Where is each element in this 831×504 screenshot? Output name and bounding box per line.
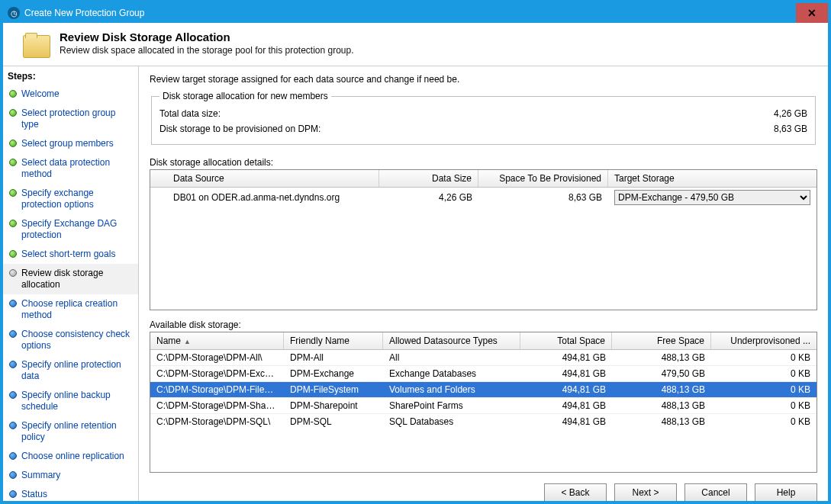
step-label: Select protection group type <box>21 108 134 130</box>
step-bullet-icon <box>9 189 17 197</box>
step-item-14[interactable]: Summary <box>3 466 138 485</box>
available-header-under[interactable]: Underprovisoned ... <box>711 332 817 349</box>
available-types: All <box>383 350 520 365</box>
step-bullet-icon <box>9 391 17 399</box>
page-title: Review Disk Storage Allocation <box>60 30 354 43</box>
available-total: 494,81 GB <box>520 414 612 429</box>
step-item-11[interactable]: Specify online backup schedule <box>3 386 138 416</box>
available-name: C:\DPM-Storage\DPM-All\ <box>150 350 284 365</box>
step-label: Specify online protection data <box>21 359 134 382</box>
available-types: Exchange Databases <box>383 366 520 381</box>
step-bullet-icon <box>9 490 17 498</box>
details-header-prov[interactable]: Space To Be Provisioned <box>478 170 608 187</box>
details-prov: 8,63 GB <box>478 190 608 205</box>
step-item-8[interactable]: Choose replica creation method <box>3 294 138 325</box>
available-types: SQL Databases <box>383 414 520 429</box>
details-header-target[interactable]: Target Storage <box>608 170 817 187</box>
available-friendly: DPM-SQL <box>284 414 383 429</box>
available-friendly: DPM-All <box>284 350 383 365</box>
close-button[interactable]: ✕ <box>796 3 828 23</box>
details-header-source[interactable]: Data Source <box>150 170 379 187</box>
available-name: C:\DPM-Storage\DPM-SQL\ <box>150 414 284 429</box>
target-storage-select[interactable]: DPM-Exchange - 479,50 GB <box>614 190 810 205</box>
next-button[interactable]: Next > <box>614 483 677 501</box>
available-header-free[interactable]: Free Space <box>612 332 711 349</box>
step-bullet-icon <box>9 140 17 147</box>
folder-icon <box>23 35 50 58</box>
step-label: Summary <box>21 470 60 481</box>
step-item-6[interactable]: Select short-term goals <box>3 245 138 264</box>
help-button[interactable]: Help <box>755 483 817 501</box>
available-free: 488,13 GB <box>612 414 711 429</box>
step-label: Select group members <box>21 138 114 149</box>
step-item-7[interactable]: Review disk storage allocation <box>3 264 138 294</box>
details-header-size[interactable]: Data Size <box>379 170 478 187</box>
step-item-4[interactable]: Specify exchange protection options <box>3 184 138 214</box>
step-label: Status <box>21 489 47 500</box>
available-under: 0 KB <box>711 366 817 381</box>
available-friendly: DPM-Sharepoint <box>284 398 383 413</box>
details-size: 4,26 GB <box>379 190 478 205</box>
step-bullet-icon <box>9 361 17 368</box>
available-friendly: DPM-Exchange <box>284 366 383 381</box>
details-row[interactable]: DB01 on ODER.ad.anma-net.dyndns.org4,26 … <box>150 188 817 207</box>
available-row[interactable]: C:\DPM-Storage\DPM-SQL\DPM-SQLSQL Databa… <box>150 414 817 429</box>
details-grid: Data Source Data Size Space To Be Provis… <box>150 169 817 310</box>
cancel-button[interactable]: Cancel <box>684 483 747 501</box>
back-button[interactable]: < Back <box>544 483 607 501</box>
step-item-5[interactable]: Specify Exchange DAG protection <box>3 214 138 245</box>
step-bullet-icon <box>9 330 17 338</box>
step-bullet-icon <box>9 250 17 258</box>
step-item-15[interactable]: Status <box>3 485 138 501</box>
step-label: Choose online replication <box>21 451 124 462</box>
sort-asc-icon: ▲ <box>184 338 191 345</box>
available-header-name[interactable]: Name▲ <box>150 332 284 349</box>
steps-title: Steps: <box>3 68 138 85</box>
available-row[interactable]: C:\DPM-Storage\DPM-FileSyste...DPM-FileS… <box>150 382 817 398</box>
step-item-13[interactable]: Choose online replication <box>3 447 138 466</box>
available-header-total[interactable]: Total Space <box>520 332 612 349</box>
available-free: 479,50 GB <box>612 366 711 381</box>
step-bullet-icon <box>9 422 17 429</box>
available-free: 488,13 GB <box>612 398 711 413</box>
available-free: 488,13 GB <box>612 350 711 365</box>
provision-value: 8,63 GB <box>746 124 807 134</box>
window-title: Create New Protection Group <box>24 8 144 18</box>
available-row[interactable]: C:\DPM-Storage\DPM-Sharepoi...DPM-Sharep… <box>150 398 817 414</box>
page-subtitle: Review disk space allocated in the stora… <box>60 45 354 56</box>
step-item-9[interactable]: Choose consistency check options <box>3 325 138 355</box>
step-bullet-icon <box>9 269 17 277</box>
available-header-friendly[interactable]: Friendly Name <box>284 332 383 349</box>
available-types: Volumes and Folders <box>383 382 520 397</box>
available-header-types[interactable]: Allowed Datasource Types <box>383 332 520 349</box>
step-bullet-icon <box>9 300 17 307</box>
available-under: 0 KB <box>711 382 817 397</box>
step-label: Select short-term goals <box>21 249 115 260</box>
available-total: 494,81 GB <box>520 398 612 413</box>
total-size-value: 4,26 GB <box>746 108 807 119</box>
step-item-10[interactable]: Specify online protection data <box>3 355 138 386</box>
main-panel: Review target storage assigned for each … <box>139 66 828 501</box>
step-label: Select data protection method <box>21 157 134 180</box>
available-free: 488,13 GB <box>612 382 711 397</box>
step-item-2[interactable]: Select group members <box>3 134 138 153</box>
available-friendly: DPM-FileSystem <box>284 382 383 397</box>
step-item-3[interactable]: Select data protection method <box>3 153 138 184</box>
wizard-window: ◷ Create New Protection Group ✕ Review D… <box>0 0 831 504</box>
available-total: 494,81 GB <box>520 366 612 381</box>
available-name: C:\DPM-Storage\DPM-FileSyste... <box>150 382 284 397</box>
available-types: SharePoint Farms <box>383 398 520 413</box>
available-grid: Name▲ Friendly Name Allowed Datasource T… <box>150 332 817 473</box>
available-under: 0 KB <box>711 398 817 413</box>
available-row[interactable]: C:\DPM-Storage\DPM-Exchang...DPM-Exchang… <box>150 366 817 382</box>
allocation-legend: Disk storage allocation for new members <box>159 91 331 101</box>
available-total: 494,81 GB <box>520 382 612 397</box>
step-item-1[interactable]: Select protection group type <box>3 104 138 134</box>
step-label: Choose replica creation method <box>21 298 134 321</box>
available-under: 0 KB <box>711 414 817 429</box>
available-row[interactable]: C:\DPM-Storage\DPM-All\DPM-AllAll494,81 … <box>150 350 817 366</box>
step-item-0[interactable]: Welcome <box>3 85 138 104</box>
step-label: Choose consistency check options <box>21 329 134 352</box>
steps-sidebar: Steps: WelcomeSelect protection group ty… <box>3 66 139 501</box>
step-item-12[interactable]: Specify online retention policy <box>3 416 138 447</box>
